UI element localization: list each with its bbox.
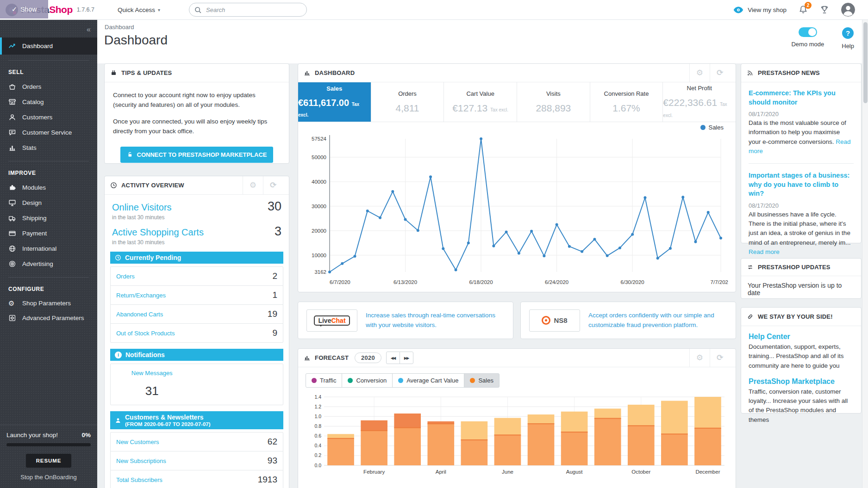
panel-title: TIPS & UPDATES <box>121 69 172 76</box>
svg-text:June: June <box>502 469 513 475</box>
launch-shop-label: Launch your shop! <box>6 432 58 439</box>
active-carts-link[interactable]: Active Shopping Carts <box>112 227 204 238</box>
bullseye-icon <box>8 260 16 268</box>
divider <box>8 277 89 278</box>
tips-paragraph: Once you are connected, you will also en… <box>113 117 281 136</box>
kpi-tile-visits[interactable]: Visits 288,893 <box>517 82 590 122</box>
sidebar-item-payment[interactable]: Payment <box>0 226 97 241</box>
filter-conversion-button[interactable]: Conversion <box>342 373 393 388</box>
sidebar-item-customers[interactable]: Customers <box>0 110 97 125</box>
notifications-bell-button[interactable]: 2 <box>799 5 808 14</box>
sidebar-section-configure: CONFIGURE <box>0 283 97 296</box>
sidebar-section-sell: SELL <box>0 66 97 79</box>
stop-onboarding-link[interactable]: Stop the OnBoarding <box>6 474 91 481</box>
help-center-link[interactable]: Help Center <box>749 333 854 341</box>
sidebar: « Dashboard SELL Orders Catalog Customer… <box>0 20 97 488</box>
previous-year-button[interactable]: ◀◀ <box>386 352 400 364</box>
article-title-link[interactable]: Important stages of a business: why do y… <box>749 171 854 198</box>
panel-title: DASHBOARD <box>315 69 355 76</box>
kpi-tile-cart-value[interactable]: Cart Value €127.13 Tax excl. <box>444 82 517 122</box>
new-messages-value: 31 <box>115 384 188 398</box>
banner-text[interactable]: Accept orders confidently with our simpl… <box>588 311 727 330</box>
marketplace-link[interactable]: PrestaShop Marketplace <box>749 377 854 386</box>
online-visitors-link[interactable]: Online Visitors <box>112 202 172 213</box>
resume-button[interactable]: RESUME <box>26 454 72 468</box>
notification-count-badge: 2 <box>805 2 812 9</box>
sidebar-item-international[interactable]: International <box>0 241 97 256</box>
rss-icon <box>747 69 754 76</box>
refresh-icon[interactable]: ⟳ <box>710 64 730 82</box>
article-title-link[interactable]: E-commerce: The KPIs you should monitor <box>749 89 854 107</box>
view-my-shop-button[interactable]: View my shop <box>733 6 787 13</box>
ns8-logo: NS8 <box>529 309 580 332</box>
filter-sales-button[interactable]: Sales <box>464 373 500 388</box>
sidebar-item-dashboard[interactable]: Dashboard <box>0 37 97 55</box>
article-date: 08/17/2020 <box>749 202 854 209</box>
gear-icon[interactable]: ⚙ <box>689 64 710 82</box>
kpi-tile-orders[interactable]: Orders 4,811 <box>371 82 444 122</box>
forecast-filter-group: Traffic Conversion Average Cart Value Sa… <box>306 373 728 388</box>
sales-line-chart: 31621000020000300004000050000575246/7/20… <box>306 125 728 290</box>
svg-text:3162: 3162 <box>314 269 326 275</box>
demo-mode-toggle[interactable] <box>799 27 817 37</box>
svg-text:1.2: 1.2 <box>314 404 321 409</box>
sidebar-item-modules[interactable]: Modules <box>0 180 97 195</box>
gear-icon[interactable]: ⚙ <box>689 349 710 367</box>
rewards-trophy-button[interactable] <box>820 5 829 14</box>
refresh-icon[interactable]: ⟳ <box>263 176 283 194</box>
search-input[interactable] <box>189 3 307 17</box>
page-scrollbar[interactable] <box>862 20 868 488</box>
quick-access-menu[interactable]: Quick Access▾ <box>118 6 160 13</box>
panel-title: PRESTASHOP UPDATES <box>758 264 831 271</box>
credit-card-icon <box>8 229 16 237</box>
kpi-tile-sales[interactable]: Sales €611,617.00 Tax excl. <box>298 82 371 122</box>
sidebar-item-design[interactable]: Design <box>0 195 97 210</box>
sidebar-item-advertising[interactable]: Advertising <box>0 256 97 272</box>
search-box <box>189 3 307 17</box>
legend-dot <box>700 125 706 130</box>
next-year-button[interactable]: ▶▶ <box>400 352 413 364</box>
svg-text:1.4: 1.4 <box>314 394 321 400</box>
sidebar-item-customer-service[interactable]: Customer Service <box>0 125 97 140</box>
sidebar-item-stats[interactable]: Stats <box>0 140 97 155</box>
gear-icon[interactable]: ⚙ <box>243 176 263 194</box>
chevron-down-icon: ▾ <box>158 7 160 12</box>
main-content: TIPS & UPDATES Connect to your account r… <box>97 63 868 488</box>
help-button[interactable]: ? <box>842 27 854 39</box>
livechat-banner[interactable]: LiveChat Increase sales through real-tim… <box>298 302 513 339</box>
avatar[interactable] <box>841 3 855 17</box>
scrollbar-thumb[interactable] <box>863 22 868 103</box>
sidebar-item-advanced-parameters[interactable]: Advanced Parameters <box>0 310 97 326</box>
show-tooltip-overlay[interactable]: ✓ Show <box>0 0 48 19</box>
sidebar-item-shipping[interactable]: Shipping <box>0 210 97 226</box>
kpi-row: Sales €611,617.00 Tax excl. Orders 4,811… <box>298 82 736 122</box>
refresh-icon[interactable]: ⟳ <box>710 349 730 367</box>
sidebar-item-shop-parameters[interactable]: ⚙ Shop Parameters <box>0 296 97 310</box>
ns8-banner[interactable]: NS8 Accept orders confidently with our s… <box>520 302 736 339</box>
repeat-icon <box>747 264 754 271</box>
svg-text:7/7/2020: 7/7/2020 <box>711 279 728 285</box>
active-carts-sub: in the last 30 minutes <box>112 239 281 246</box>
trophy-icon <box>820 5 829 14</box>
kpi-tile-net-profit[interactable]: Net Profit €222,336.61 Tax excl. <box>663 82 736 122</box>
svg-text:December: December <box>695 469 720 475</box>
truck-icon <box>8 214 16 222</box>
connect-marketplace-button[interactable]: CONNECT TO PRESTASHOP MARKETPLACE <box>120 147 274 163</box>
kpi-tile-conversion-rate[interactable]: Conversion Rate 1.67% <box>590 82 663 122</box>
chat-bubble-icon <box>8 129 16 136</box>
svg-text:6/7/2020: 6/7/2020 <box>330 279 350 285</box>
person-icon <box>8 113 16 121</box>
gear-icon: ⚙ <box>8 300 16 307</box>
banner-text[interactable]: Increase sales through real-time convers… <box>366 311 505 330</box>
filter-average-cart-value-button[interactable]: Average Cart Value <box>392 373 464 388</box>
bar-chart-icon <box>304 69 311 76</box>
launch-shop-percent: 0% <box>81 432 91 439</box>
sidebar-item-catalog[interactable]: Catalog <box>0 94 97 110</box>
monitor-icon <box>8 199 16 207</box>
filter-traffic-button[interactable]: Traffic <box>306 373 342 388</box>
onboarding-panel: Launch your shop! 0% RESUME Stop the OnB… <box>0 425 97 488</box>
new-messages-link[interactable]: New Messages <box>115 370 188 377</box>
sidebar-collapse-button[interactable]: « <box>87 25 91 34</box>
sidebar-item-orders[interactable]: Orders <box>0 79 97 94</box>
read-more-link[interactable]: Read more <box>749 248 780 255</box>
